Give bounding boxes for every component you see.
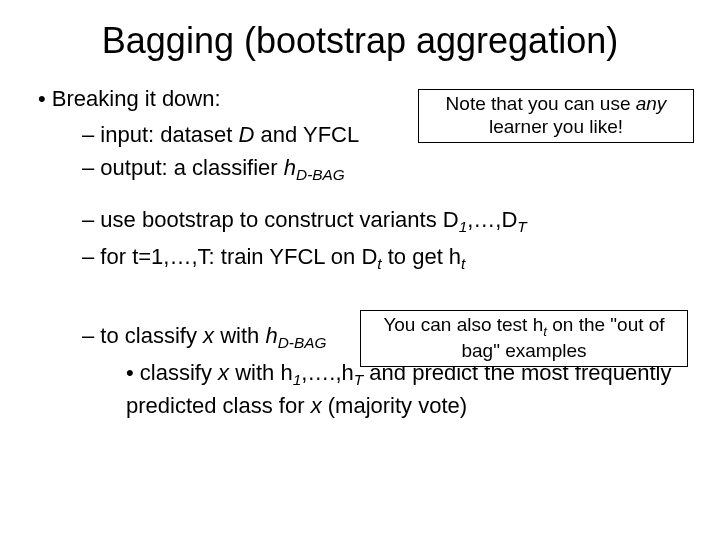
l1a: input: dataset [100,122,238,147]
l5h: h [265,323,277,348]
l4a: for t=1,…,T: train YFCL on D [100,244,377,269]
l6x: x [218,360,229,385]
l3b: ,…,D [467,207,517,232]
l6b: with h [229,360,293,385]
note-any-learner: Note that you can use any learner you li… [418,89,694,143]
l3s2: T [517,218,526,235]
line-bootstrap: use bootstrap to construct variants D1,…… [82,205,690,238]
l5sub: D-BAG [278,334,327,351]
l1D: D [239,122,255,147]
note2-text-a: You can also test h [383,314,543,335]
note1-text-a: Note that you can use [446,93,636,114]
l2sub: D-BAG [296,167,345,184]
l5x: x [203,323,214,348]
l4b: to get h [382,244,462,269]
l6s2: T [354,372,363,389]
note1-any: any [636,93,667,114]
l3s1: 1 [459,218,468,235]
l6x2: x [311,393,328,418]
l4s2: t [461,255,465,272]
l6c: ,….,h [301,360,354,385]
note-oob: You can also test ht on the "out of bag"… [360,310,688,367]
line-train: for t=1,…,T: train YFCL on Dt to get ht [82,242,690,275]
l1b: and YFCL [254,122,359,147]
slide-title: Bagging (bootstrap aggregation) [30,20,690,62]
note1-text-b: learner you like! [489,116,623,137]
l6a: classify [140,360,218,385]
line-majority: classify x with h1,….,hT and predict the… [126,358,690,421]
l2h: h [284,155,296,180]
l5a: to classify [100,323,203,348]
l5b: with [214,323,265,348]
l3a: use bootstrap to construct variants D [100,207,458,232]
l6e: (majority vote) [328,393,467,418]
l2a: output: a classifier [100,155,283,180]
l6s1: 1 [293,372,302,389]
line-output: output: a classifier hD-BAG [82,153,690,186]
